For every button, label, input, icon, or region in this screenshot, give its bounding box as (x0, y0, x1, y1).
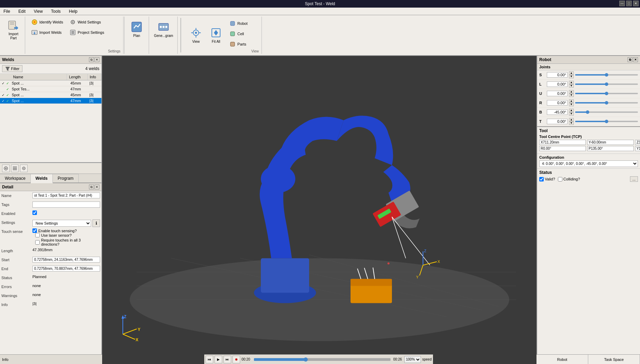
detail-name-input[interactable] (32, 193, 100, 198)
joint-slider-u[interactable] (575, 93, 638, 94)
joint-spinner-u[interactable]: ▲ ▼ (569, 90, 574, 97)
robot-panel-float-btn[interactable]: ⧉ (628, 57, 632, 62)
minimize-button[interactable]: — (619, 1, 625, 6)
tab-workspace[interactable]: Workspace (0, 174, 31, 183)
joint-input-l[interactable] (547, 81, 568, 87)
welds-icon-list[interactable] (11, 165, 19, 172)
joint-input-t[interactable] (547, 119, 568, 124)
joint-spinner-t[interactable]: ▲ ▼ (569, 118, 574, 125)
project-settings-button[interactable]: Project Settings (67, 28, 107, 37)
joint-input-b[interactable] (547, 109, 568, 115)
joint-slider-wrap-r[interactable] (575, 100, 638, 105)
joint-slider-wrap-t[interactable] (575, 119, 638, 124)
view-button[interactable]: View (187, 17, 205, 53)
weld-row-1[interactable]: ✓ ✓ Spot ... 45mm |3| (0, 80, 101, 86)
tcp-x-input[interactable] (539, 140, 586, 145)
filter-button[interactable]: Filter (2, 65, 22, 72)
welds-panel-close-btn[interactable]: ✕ (95, 57, 99, 62)
tcp-yaw-input[interactable] (635, 146, 640, 151)
task-space-view-tab[interactable]: Task Space (588, 355, 640, 364)
playback-play-btn[interactable]: ▶ (215, 356, 222, 363)
detail-float-btn[interactable]: ⧉ (89, 185, 94, 189)
playback-record-btn[interactable]: ⏺ (233, 356, 240, 363)
playback-step-fwd-btn[interactable]: ⏭ (224, 356, 231, 363)
detail-settings-info-btn[interactable]: ℹ (92, 219, 100, 227)
tcp-z-input[interactable] (635, 140, 640, 145)
detail-close-btn[interactable]: ✕ (95, 185, 99, 189)
joint-input-u[interactable] (547, 91, 568, 96)
joint-spin-dn-r[interactable]: ▼ (569, 103, 574, 106)
weld-row-4[interactable]: ✓ ✓ Spot ... 47mm |3| (0, 98, 101, 104)
joint-spin-up-t[interactable]: ▲ (569, 118, 574, 121)
status-more-button[interactable]: ... (630, 176, 638, 182)
import-part-button[interactable]: ImportPart (4, 17, 23, 42)
welds-panel-controls[interactable]: ⧉ ✕ (89, 57, 99, 62)
robot-view-tab[interactable]: Robot (536, 355, 588, 364)
detail-tags-input[interactable] (32, 201, 100, 208)
detail-end-input[interactable] (32, 266, 100, 272)
joint-spin-up-r[interactable]: ▲ (569, 99, 574, 103)
use-laser-checkbox[interactable] (35, 233, 40, 237)
joint-slider-b[interactable] (575, 111, 638, 113)
welds-panel-float-btn[interactable]: ⧉ (89, 57, 94, 62)
robot-panel-close-btn[interactable]: ✕ (633, 57, 638, 62)
cell-toggle-button[interactable]: Cell (227, 29, 250, 39)
joint-spin-dn-b[interactable]: ▼ (569, 112, 574, 116)
parts-toggle-button[interactable]: Parts (227, 39, 250, 49)
joint-slider-wrap-b[interactable] (575, 110, 638, 115)
menu-help[interactable]: Help (67, 8, 80, 14)
menu-tools[interactable]: Tools (49, 8, 63, 14)
tcp-y-input[interactable] (587, 140, 634, 145)
generate-button[interactable]: Gene...gram (152, 17, 175, 41)
weld-row-3[interactable]: ✓ ✓ Spot ... 45mm |3| (0, 92, 101, 98)
detail-start-input[interactable] (32, 257, 100, 263)
joint-spinner-b[interactable]: ▲ ▼ (569, 109, 574, 116)
joint-slider-l[interactable] (575, 83, 638, 85)
joint-spinner-r[interactable]: ▲ ▼ (569, 99, 574, 106)
welds-icon-settings[interactable] (20, 165, 28, 172)
joint-spin-dn-u[interactable]: ▼ (569, 94, 574, 97)
joint-spin-up-l[interactable]: ▲ (569, 81, 574, 84)
require-touches-checkbox[interactable] (35, 240, 40, 245)
robot-toggle-button[interactable]: Robot (227, 19, 250, 28)
joint-slider-wrap-l[interactable] (575, 82, 638, 87)
window-controls[interactable]: — □ ✕ (619, 1, 639, 6)
playback-start-btn[interactable]: ⏮ (206, 356, 213, 363)
weld-check-3[interactable]: ✓ (0, 93, 6, 97)
speed-select[interactable]: 100% 50% 200% (404, 356, 421, 363)
config-select[interactable]: 4: 0.00°, 0.00°, 0.00°, 0.00°, -45.00°, … (539, 160, 638, 167)
joint-input-s[interactable] (547, 72, 568, 78)
plan-button[interactable]: Plan (127, 17, 146, 41)
weld-check-1[interactable]: ✓ (0, 81, 6, 85)
menu-view[interactable]: View (32, 8, 45, 14)
weld-check-4[interactable]: ✓ (0, 99, 6, 103)
weld-row-2[interactable]: ✓ Spot Tes... 47mm (0, 86, 101, 92)
timeline-bar[interactable] (254, 358, 391, 361)
joint-spin-dn-s[interactable]: ▼ (569, 75, 574, 78)
robot-panel-controls[interactable]: ⧉ ✕ (628, 57, 638, 62)
enable-touch-checkbox[interactable] (32, 228, 37, 233)
colliding-checkbox[interactable] (558, 177, 562, 181)
import-welds-button[interactable]: Import Welds (29, 28, 66, 37)
fit-all-button[interactable]: Fit All (207, 17, 225, 53)
joint-slider-r[interactable] (575, 102, 638, 104)
detail-panel-controls[interactable]: ⧉ ✕ (89, 185, 99, 189)
welds-icon-add[interactable] (2, 165, 10, 172)
tcp-p-input[interactable] (587, 146, 634, 151)
identify-welds-button[interactable]: Identify Welds (29, 17, 66, 27)
detail-settings-select[interactable]: New Settings (32, 220, 91, 227)
viewport[interactable]: Z Y X Z X Y ⏮ (102, 56, 536, 364)
joint-spin-dn-t[interactable]: ▼ (569, 121, 574, 125)
maximize-button[interactable]: □ (626, 1, 632, 6)
joint-slider-s[interactable] (575, 74, 638, 76)
tab-program[interactable]: Program (53, 174, 79, 183)
joint-slider-t[interactable] (575, 121, 638, 122)
menu-file[interactable]: File (1, 8, 12, 14)
joint-slider-wrap-s[interactable] (575, 72, 638, 77)
close-button[interactable]: ✕ (633, 1, 639, 6)
joint-spinner-s[interactable]: ▲ ▼ (569, 71, 574, 78)
valid-checkbox[interactable] (539, 177, 544, 181)
joint-slider-wrap-u[interactable] (575, 91, 638, 96)
weld-settings-button[interactable]: Weld Settings (67, 17, 107, 27)
tcp-r-input[interactable] (539, 146, 586, 151)
